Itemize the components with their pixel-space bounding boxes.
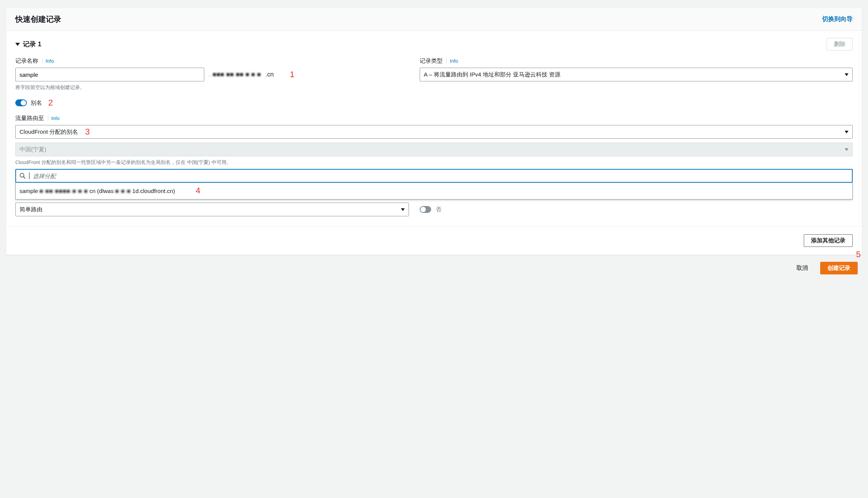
delete-record-button[interactable]: 删除	[827, 38, 853, 50]
svg-point-0	[20, 174, 24, 177]
panel-header: 快速创建记录 切换到向导	[6, 8, 862, 31]
annotation-3: 3	[85, 127, 90, 137]
region-value: 中国(宁夏)	[20, 146, 46, 153]
chevron-down-icon	[401, 208, 405, 211]
routing-policy-value: 简单路由	[20, 206, 42, 213]
search-icon	[20, 173, 26, 179]
record-type-label: 记录类型	[420, 57, 443, 65]
record-type-select[interactable]: A – 将流量路由到 IPv4 地址和部分 亚马逊云科技 资源	[420, 68, 853, 81]
option-mid: cn (dlwas	[90, 188, 114, 194]
svg-line-1	[24, 177, 26, 179]
record-name-info-link[interactable]: Info	[42, 58, 54, 64]
alias-label: 别名	[31, 99, 42, 107]
option-blur2: ■ ■ ■	[115, 188, 131, 194]
annotation-2: 2	[48, 98, 53, 108]
triangle-down-icon	[15, 43, 20, 46]
option-suffix: 1d.cloudfront.cn)	[132, 188, 175, 194]
chevron-down-icon	[845, 131, 848, 133]
record-type-value: A – 将流量路由到 IPv4 地址和部分 亚马逊云科技 资源	[424, 71, 561, 78]
record-section-title: 记录 1	[23, 40, 41, 49]
region-select: 中国(宁夏)	[15, 143, 853, 156]
alias-toggle[interactable]	[15, 99, 27, 106]
domain-suffix-visible: .cn	[265, 71, 274, 78]
chevron-down-icon	[845, 73, 848, 76]
record-name-helper: 将字段留空以为根域创建记录。	[15, 84, 409, 91]
cancel-button[interactable]: 取消	[790, 262, 815, 274]
option-blur: ■ ■■ ■■■■ ■ ■ ■	[39, 188, 88, 194]
route-to-label: 流量路由至	[15, 115, 44, 122]
distribution-search-input[interactable]	[33, 170, 848, 182]
switch-to-wizard-link[interactable]: 切换到向导	[822, 15, 853, 23]
route-to-info-link[interactable]: Info	[48, 115, 60, 121]
record-name-input[interactable]	[15, 68, 204, 81]
endpoint-type-value: CloudFront 分配的别名	[20, 128, 78, 136]
add-another-record-button[interactable]: 添加其他记录	[804, 234, 853, 247]
routing-policy-select[interactable]: 简单路由	[15, 203, 409, 216]
page-footer: 5 取消 创建记录	[6, 255, 862, 276]
annotation-1: 1	[290, 70, 294, 79]
distribution-dropdown: sample ■ ■■ ■■■■ ■ ■ ■ cn (dlwas ■ ■ ■ 1…	[15, 182, 853, 200]
create-records-button[interactable]: 创建记录	[820, 262, 858, 274]
annotation-4: 4	[195, 186, 200, 196]
evaluate-health-toggle[interactable]	[420, 206, 431, 213]
panel-title: 快速创建记录	[15, 14, 61, 24]
region-note: CloudFront 分配的别名和同一托管区域中另一条记录的别名为全局别名，仅在…	[15, 159, 853, 166]
record-collapse-toggle[interactable]: 记录 1	[15, 40, 41, 49]
quick-create-panel: 快速创建记录 切换到向导 记录 1 删除 记录名称 Info	[6, 8, 862, 255]
annotation-5: 5	[856, 250, 861, 260]
distribution-option[interactable]: sample ■ ■■ ■■■■ ■ ■ ■ cn (dlwas ■ ■ ■ 1…	[16, 182, 852, 199]
record-type-info-link[interactable]: Info	[446, 58, 458, 64]
option-prefix: sample	[20, 188, 38, 194]
chevron-down-icon	[845, 148, 848, 151]
domain-suffix-blur: . ■■■ ■■ ■■ ■ ■ ■	[209, 71, 261, 78]
distribution-search-combo[interactable]	[15, 169, 853, 183]
endpoint-type-select[interactable]: CloudFront 分配的别名 3	[15, 125, 853, 139]
evaluate-health-value: 否	[436, 206, 441, 213]
record-name-label: 记录名称	[15, 57, 38, 65]
record-header: 记录 1 删除	[15, 38, 853, 50]
panel-footer: 添加其他记录	[6, 226, 862, 255]
